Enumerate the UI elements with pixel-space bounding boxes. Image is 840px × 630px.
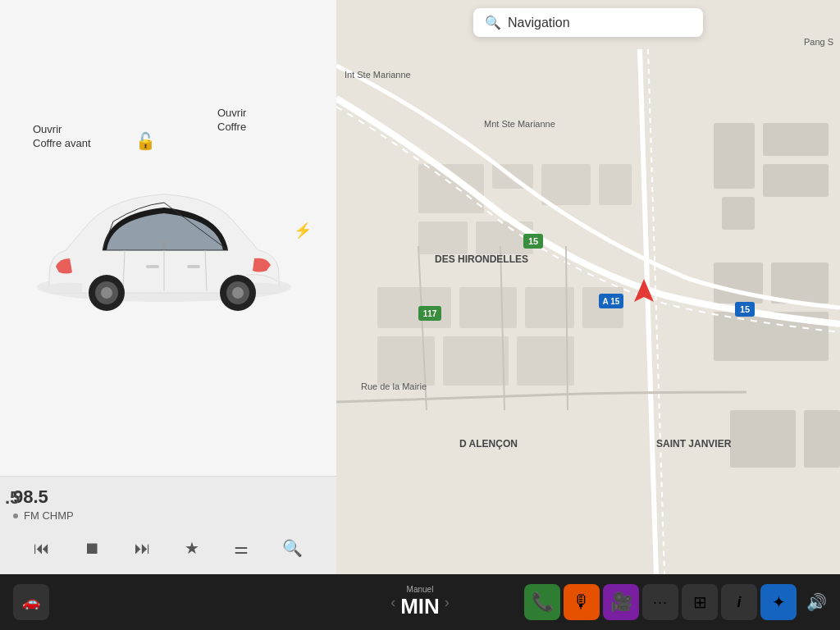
svg-rect-27 — [714, 123, 755, 189]
car-svg: T — [25, 148, 304, 336]
grid-button[interactable]: ⊞ — [682, 584, 718, 620]
left-panel: Ouvrir Coffre avant 🔓 Ouvrir Coffre ⚡ — [0, 0, 336, 574]
nav-search-bar[interactable]: 🔍 Navigation — [473, 8, 703, 37]
svg-text:117: 117 — [423, 309, 437, 318]
car-icon-button[interactable]: 🚗 — [13, 584, 49, 620]
dots-button[interactable]: ··· — [642, 584, 678, 620]
taskbar: 🚗 ‹ Manuel MIN › 📞 🎙 🎥 ··· ⊞ i ✦ 🔊 — [0, 574, 840, 630]
svg-rect-18 — [541, 164, 591, 205]
coffre-line2: Coffre — [217, 121, 246, 133]
coffre-label[interactable]: Ouvrir Coffre — [217, 107, 246, 135]
coffre-avant-label[interactable]: Ouvrir Coffre avant — [33, 123, 91, 151]
radio-station: FM CHMP — [24, 509, 74, 522]
svg-point-6 — [232, 287, 244, 299]
svg-text:SAINT JANVIER: SAINT JANVIER — [656, 438, 732, 450]
bluetooth-button[interactable]: ✦ — [760, 584, 797, 620]
map-panel[interactable]: 🔍 Navigation — [336, 0, 840, 574]
radio-bar: 98.5 FM CHMP ⏮ ⏹ ⏭ ★ ⚌ 🔍 — [0, 476, 336, 574]
svg-rect-25 — [443, 336, 509, 386]
stop-button[interactable]: ⏹ — [80, 536, 103, 561]
taskbar-left: 🚗 — [13, 584, 49, 620]
svg-rect-35 — [804, 410, 840, 468]
main-container: Ouvrir Coffre avant 🔓 Ouvrir Coffre ⚡ — [0, 0, 840, 574]
svg-point-9 — [101, 287, 112, 299]
svg-text:DES HIRONDELLES: DES HIRONDELLES — [435, 253, 528, 265]
coffre-line1: Ouvrir — [217, 107, 246, 119]
svg-text:Rue de la Mairie: Rue de la Mairie — [361, 381, 427, 391]
svg-text:15: 15 — [528, 236, 538, 246]
next-button[interactable]: ⏭ — [131, 536, 154, 561]
svg-text:Mnt Ste Marianne: Mnt Ste Marianne — [484, 119, 555, 129]
left-arrow[interactable]: ‹ — [390, 594, 395, 611]
camera-button[interactable]: 🎥 — [603, 584, 639, 620]
mode-label: Manuel — [400, 585, 440, 594]
svg-text:15: 15 — [740, 304, 750, 314]
rewind-button[interactable]: ⏮ — [30, 536, 53, 561]
right-arrow[interactable]: › — [445, 594, 450, 611]
svg-rect-30 — [722, 197, 755, 230]
svg-rect-32 — [771, 262, 829, 304]
left-number: .5 — [0, 487, 20, 509]
taskbar-center: ‹ Manuel MIN › — [390, 585, 450, 619]
svg-rect-34 — [730, 410, 796, 468]
mode-display: MIN — [400, 594, 440, 619]
svg-rect-26 — [517, 336, 574, 386]
phone-button[interactable]: 📞 — [524, 584, 560, 620]
favorite-button[interactable]: ★ — [181, 535, 203, 561]
search-text: Navigation — [508, 16, 570, 30]
car-image-area: T — [25, 148, 304, 336]
svg-text:A 15: A 15 — [603, 297, 620, 306]
taskbar-right: 📞 🎙 🎥 ··· ⊞ i ✦ 🔊 — [524, 584, 827, 620]
svg-text:Int Ste Marianne: Int Ste Marianne — [345, 70, 411, 80]
svg-text:Pang S: Pang S — [804, 37, 833, 47]
svg-rect-24 — [377, 336, 435, 386]
audio-button[interactable]: 🎙 — [564, 584, 600, 620]
svg-rect-21 — [459, 287, 517, 328]
equalizer-button[interactable]: ⚌ — [231, 535, 252, 561]
svg-rect-11 — [187, 265, 200, 268]
search-icon: 🔍 — [485, 15, 501, 30]
map-svg: Int Ste Marianne Mnt Ste Marianne DES HI… — [336, 0, 840, 574]
info-button[interactable]: i — [721, 584, 757, 620]
svg-rect-29 — [763, 164, 829, 197]
svg-rect-10 — [146, 265, 159, 268]
svg-rect-28 — [763, 123, 829, 156]
radio-info: 98.5 FM CHMP — [0, 477, 336, 525]
svg-rect-16 — [418, 221, 468, 254]
media-controls: ⏮ ⏹ ⏭ ★ ⚌ 🔍 — [0, 528, 336, 568]
coffre-avant-line1: Ouvrir — [33, 123, 62, 135]
svg-rect-19 — [599, 164, 632, 205]
svg-text:T: T — [162, 241, 167, 250]
search-button[interactable]: 🔍 — [279, 535, 306, 561]
volume-icon: 🔊 — [806, 592, 827, 612]
radio-dot-icon — [13, 514, 18, 518]
radio-frequency: 98.5 — [13, 486, 74, 508]
svg-text:D ALENÇON: D ALENÇON — [459, 438, 518, 450]
